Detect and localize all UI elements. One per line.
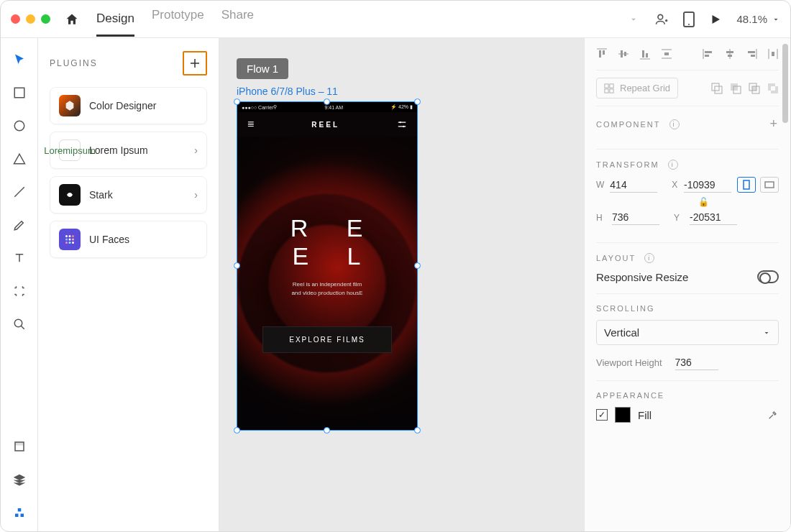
status-time: 9:41 AM [277,105,390,110]
artboard-tool[interactable] [11,283,28,300]
layers-panel-button[interactable] [11,471,28,488]
property-inspector: Repeat Grid COMPONENT i + [584,38,790,531]
hero-title: R E E L [266,214,403,270]
settings-sliders-icon[interactable] [397,119,407,129]
artboard-iphone-plus[interactable]: ●●●○○ Carrier ⚲ 9:41 AM ⚡ 42% ▮ ≡ REEL R… [237,101,418,431]
plugin-item-color-designer[interactable]: Color Designer [50,87,207,124]
tab-share[interactable]: Share [221,8,254,31]
zoom-control[interactable]: 48.1% [736,13,780,25]
hero-subtitle: Reel is an independent filmand video pro… [291,280,362,298]
exclude-icon[interactable] [767,83,779,94]
add-component-button[interactable]: + [769,116,779,132]
close-window-icon[interactable] [11,14,20,24]
plugin-icon [13,506,26,519]
select-tool[interactable] [11,51,28,68]
fill-checkbox[interactable]: ✓ [596,409,608,421]
artboard-icon [13,285,26,298]
plugin-item-lorem-ipsum[interactable]: Loremipsum Lorem Ipsum › [50,132,207,169]
viewport-height-input[interactable] [675,355,718,370]
device-preview-button[interactable] [683,12,695,27]
repeat-grid-button[interactable]: Repeat Grid [596,78,678,98]
scrollbar-thumb[interactable] [782,44,788,123]
align-right-icon[interactable] [746,48,757,60]
svg-rect-3 [14,88,24,98]
info-icon[interactable]: i [668,160,678,170]
explore-films-button[interactable]: EXPLORE FILMS [262,326,392,353]
align-left-icon[interactable] [703,48,714,60]
ellipse-tool[interactable] [11,117,28,134]
document-menu-dropdown[interactable] [628,14,639,24]
svg-rect-32 [772,52,774,56]
info-icon[interactable]: i [644,253,654,263]
plugin-item-stark[interactable]: Stark › [50,176,207,214]
height-label: H [596,213,606,223]
distribute-v-icon[interactable] [661,48,672,60]
align-vcenter-icon[interactable] [618,48,629,60]
desktop-preview-button[interactable] [709,13,722,26]
zoom-value: 48.1% [736,13,767,25]
plugins-panel: PLUGINS Color Designer Loremipsum Lorem … [38,38,219,531]
svg-rect-36 [610,88,613,92]
invite-button[interactable] [654,12,669,27]
triangle-icon [13,152,26,165]
svg-point-13 [72,239,74,241]
hamburger-icon[interactable]: ≡ [247,118,254,131]
info-icon[interactable]: i [669,119,680,129]
svg-rect-25 [664,52,669,55]
height-input[interactable] [612,210,659,225]
home-button[interactable] [62,9,82,29]
scroll-direction-select[interactable]: Vertical [596,320,779,345]
plugins-panel-button[interactable] [11,504,28,521]
align-bottom-icon[interactable] [639,48,651,60]
lock-aspect-icon[interactable]: 🔓 [628,197,779,207]
zoom-tool[interactable] [11,316,28,333]
line-icon [13,185,26,198]
plugin-item-ui-faces[interactable]: UI Faces [50,221,207,258]
hero-section: R E E L Reel is an independent filmand v… [237,137,417,430]
app-brand: REEL [311,121,339,129]
polygon-tool[interactable] [11,150,28,168]
selection-handle[interactable] [234,98,240,105]
line-tool[interactable] [11,183,28,201]
align-top-icon[interactable] [596,48,608,60]
intersect-icon[interactable] [749,83,760,94]
minimize-window-icon[interactable] [26,14,35,24]
artboard-title[interactable]: iPhone 6/7/8 Plus – 11 [237,86,338,97]
orientation-landscape-button[interactable] [760,177,779,193]
add-plugin-button[interactable] [183,51,207,75]
selection-handle[interactable] [324,98,330,105]
responsive-resize-toggle[interactable] [757,270,779,283]
maximize-window-icon[interactable] [41,14,50,24]
union-icon[interactable] [711,83,723,94]
text-tool[interactable] [11,249,28,267]
svg-rect-19 [599,50,601,58]
width-input[interactable] [610,178,657,193]
fill-color-swatch[interactable] [615,407,631,423]
plugin-name: Lorem Ipsum [89,145,186,156]
subtract-icon[interactable] [730,83,741,94]
design-canvas[interactable]: Flow 1 iPhone 6/7/8 Plus – 11 ●●●○○ Carr… [219,38,584,531]
rectangle-tool[interactable] [11,84,28,101]
transform-section: TRANSFORM i W X 🔓 H [596,150,779,243]
assets-panel-button[interactable] [11,438,28,455]
orientation-portrait-button[interactable] [737,177,756,193]
x-input[interactable] [684,178,731,193]
tab-design[interactable]: Design [96,12,134,37]
tab-prototype[interactable]: Prototype [152,8,204,31]
distribute-h-icon[interactable] [767,48,779,60]
flow-tag[interactable]: Flow 1 [237,58,288,79]
layout-section: LAYOUT i Responsive Resize [596,243,779,294]
stark-icon [59,184,81,206]
align-hcenter-icon[interactable] [724,48,736,60]
selection-handle[interactable] [414,98,421,105]
pen-icon [13,219,26,231]
svg-point-2 [688,24,690,25]
y-input[interactable] [690,210,737,225]
chevron-right-icon: › [194,145,198,156]
library-icon [13,440,26,453]
width-label: W [596,180,604,190]
mobile-icon [683,12,695,27]
pen-tool[interactable] [11,216,28,234]
eyedropper-button[interactable] [767,409,779,421]
chevron-down-icon [762,329,771,337]
